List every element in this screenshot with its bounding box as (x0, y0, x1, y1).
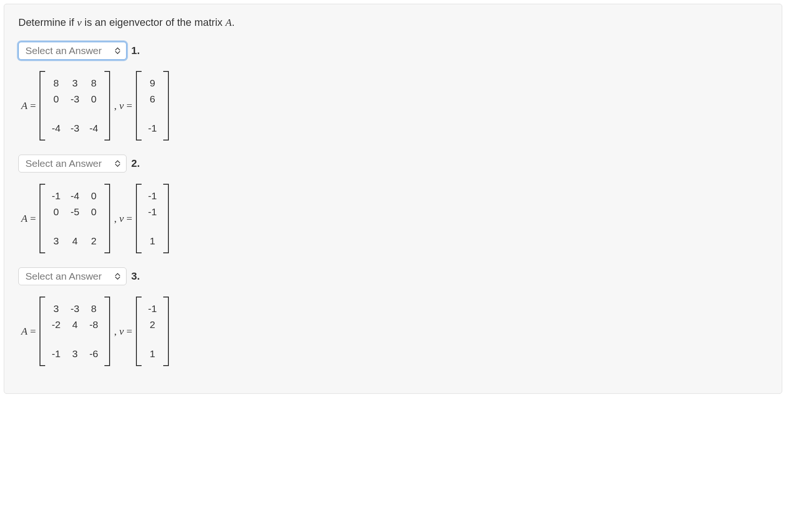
matrix-spacer (147, 110, 158, 118)
matrix-A-cell: 3 (70, 78, 80, 89)
matrix-A-cell: -1 (51, 348, 61, 360)
matrix-spacer (70, 110, 80, 118)
matrix-v-cell: 2 (147, 319, 158, 330)
matrix-spacer (70, 222, 80, 231)
part-number: 3. (131, 270, 140, 282)
A-equals-label: A = (21, 212, 36, 225)
matrix-A-cell: 0 (51, 94, 61, 105)
matrix-spacer (51, 335, 61, 344)
matrix-A-cell: -4 (88, 123, 99, 134)
matrix-v: 96-1 (136, 71, 169, 141)
bracket-left (136, 184, 143, 253)
matrix-spacer (147, 335, 158, 344)
question-text: Determine if v is an eigenvector of the … (18, 16, 768, 29)
part-header: Select an Answer1. (18, 42, 768, 60)
answer-select-label: Select an Answer (25, 271, 102, 282)
matrix-A-cell: 3 (51, 235, 61, 247)
comma-v-equals-label: , v = (114, 100, 132, 112)
matrix-spacer (51, 222, 61, 231)
matrix-A-body: 3-38-24-8-13-6 (46, 297, 103, 366)
bracket-right (103, 297, 110, 366)
chevron-up-down-icon (115, 160, 120, 167)
matrix-A-cell: 8 (51, 78, 61, 89)
matrix-v-cell: 1 (147, 348, 158, 360)
matrix-A-cell: -2 (51, 319, 61, 330)
matrix-v-cell: -1 (147, 206, 158, 218)
bracket-right (103, 71, 110, 141)
matrix-spacer (70, 335, 80, 344)
A-equals-label: A = (21, 100, 36, 112)
matrix-spacer (88, 110, 99, 118)
matrix-v: -1-11 (136, 184, 169, 253)
answer-select-label: Select an Answer (25, 45, 102, 56)
matrix-A-cell: -3 (70, 123, 80, 134)
matrix-v: -121 (136, 297, 169, 366)
matrix-A-cell: -6 (88, 348, 99, 360)
matrix-A-cell: 0 (88, 190, 99, 202)
part-number: 2. (131, 157, 140, 170)
matrix-A: 8380-30-4-3-4 (40, 71, 110, 141)
part-number: 1. (131, 45, 140, 57)
matrix-A-cell: 0 (51, 206, 61, 218)
matrix-A-cell: 4 (70, 235, 80, 247)
matrix-v-body: -1-11 (143, 184, 162, 253)
answer-select[interactable]: Select an Answer (18, 267, 127, 285)
matrix-A-cell: 4 (70, 319, 80, 330)
question-mid: is an eigenvector of the matrix (81, 16, 225, 28)
answer-select[interactable]: Select an Answer (18, 42, 127, 60)
comma-v-equals-label: , v = (114, 325, 132, 337)
matrix-A-cell: -3 (70, 94, 80, 105)
matrix-v-body: -121 (143, 297, 162, 366)
matrix-A-cell: -8 (88, 319, 99, 330)
matrix-A-cell: -3 (70, 303, 80, 314)
A-equals-label: A = (21, 325, 36, 337)
matrix-A-body: 8380-30-4-3-4 (46, 71, 103, 141)
matrix-A-cell: 3 (70, 348, 80, 360)
matrix-A-cell: -4 (70, 190, 80, 202)
bracket-left (40, 184, 46, 253)
matrix-A-cell: -5 (70, 206, 80, 218)
bracket-left (40, 71, 46, 141)
bracket-left (136, 71, 143, 141)
matrix-v-cell: 1 (147, 235, 158, 247)
part-header: Select an Answer3. (18, 267, 768, 285)
matrix-v-cell: 9 (147, 78, 158, 89)
variable-A: A (225, 16, 231, 28)
matrix-v-body: 96-1 (143, 71, 162, 141)
matrix-A: 3-38-24-8-13-6 (40, 297, 110, 366)
question-suffix: . (232, 16, 235, 28)
matrix-spacer (147, 222, 158, 231)
chevron-up-down-icon (115, 47, 120, 54)
matrix-v-cell: -1 (147, 303, 158, 314)
matrix-A-cell: -4 (51, 123, 61, 134)
bracket-right (162, 184, 169, 253)
matrix-v-cell: -1 (147, 190, 158, 202)
matrix-A-body: -1-400-50342 (46, 184, 103, 253)
matrix-spacer (51, 110, 61, 118)
matrix-v-cell: 6 (147, 94, 158, 105)
equation: A = 8380-30-4-3-4, v = 96-1 (18, 63, 768, 149)
equation: A = 3-38-24-8-13-6, v = -121 (18, 288, 768, 375)
answer-select[interactable]: Select an Answer (18, 155, 127, 172)
chevron-up-down-icon (115, 273, 120, 280)
matrix-A-cell: 8 (88, 303, 99, 314)
bracket-right (103, 184, 110, 253)
comma-v-equals-label: , v = (114, 212, 132, 225)
matrix-A-cell: -1 (51, 190, 61, 202)
matrix-spacer (88, 335, 99, 344)
matrix-A-cell: 0 (88, 94, 99, 105)
matrix-A-cell: 8 (88, 78, 99, 89)
bracket-left (40, 297, 46, 366)
matrix-v-cell: -1 (147, 123, 158, 134)
answer-select-label: Select an Answer (25, 158, 102, 169)
bracket-left (136, 297, 143, 366)
bracket-right (162, 297, 169, 366)
matrix-A-cell: 2 (88, 235, 99, 247)
matrix-A-cell: 0 (88, 206, 99, 218)
matrix-spacer (88, 222, 99, 231)
question-panel: Determine if v is an eigenvector of the … (4, 4, 782, 394)
question-prefix: Determine if (18, 16, 77, 28)
part-header: Select an Answer2. (18, 155, 768, 172)
matrix-A: -1-400-50342 (40, 184, 110, 253)
equation: A = -1-400-50342, v = -1-11 (18, 175, 768, 262)
